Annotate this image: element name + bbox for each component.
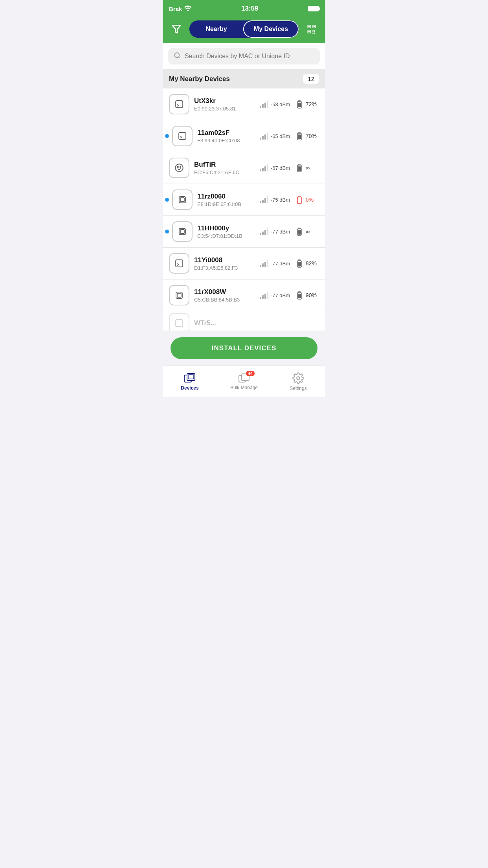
- new-indicator-dot: [165, 134, 169, 138]
- svg-point-2: [174, 53, 179, 57]
- signal-wrapper: -77 dBm: [260, 228, 290, 235]
- device-info: UtX3kr E0:90:23:37:05:81: [194, 97, 260, 112]
- settings-nav-icon: [292, 372, 304, 384]
- new-indicator-dot: [165, 230, 169, 234]
- carrier-info: Brak: [169, 6, 191, 12]
- battery-wrapper: 0%: [295, 195, 319, 204]
- search-icon: [174, 52, 181, 61]
- device-stats: -77 dBm 82%: [260, 259, 319, 268]
- device-icon-wrapper: [169, 313, 189, 331]
- signal-dbm: -65 dBm: [271, 133, 290, 139]
- install-btn-container: INSTALL DEVICES: [163, 331, 325, 366]
- device-mac: C3:54:D7:81:DD:1B: [197, 233, 260, 239]
- svg-rect-21: [298, 230, 301, 234]
- svg-line-3: [178, 57, 180, 58]
- app-header: Nearby My Devices: [163, 17, 325, 43]
- status-time: 13:59: [241, 5, 258, 13]
- signal-bars-icon: [260, 228, 268, 235]
- device-stats: -65 dBm 70%: [260, 132, 319, 140]
- svg-rect-16: [180, 198, 184, 202]
- device-stats: -58 dBm 72%: [260, 100, 319, 108]
- device-icon-wrapper: [169, 158, 189, 178]
- svg-marker-1: [172, 25, 181, 33]
- carrier-name: Brak: [169, 6, 182, 12]
- table-row[interactable]: 11HH000y C3:54:D7:81:DD:1B -77 dBm: [163, 216, 325, 248]
- device-stats: -75 dBm 0%: [260, 195, 319, 204]
- nav-item-devices[interactable]: Devices: [163, 366, 217, 397]
- svg-rect-24: [298, 262, 301, 266]
- svg-rect-7: [179, 132, 186, 140]
- device-icon-wrapper: [172, 189, 193, 210]
- qr-button[interactable]: [303, 21, 320, 37]
- signal-wrapper: -77 dBm: [260, 260, 290, 267]
- table-row[interactable]: 11am02sF F3:99:40:0F:C0:08 -65 dBm: [163, 120, 325, 152]
- battery-percent: 70%: [306, 133, 319, 139]
- nav-item-settings[interactable]: Settings: [271, 366, 325, 397]
- status-bar: Brak 13:59: [163, 0, 325, 17]
- devices-nav-icon: [183, 373, 196, 384]
- search-input[interactable]: [185, 53, 314, 60]
- signal-dbm: -67 dBm: [271, 165, 290, 171]
- svg-rect-28: [298, 294, 301, 298]
- table-row[interactable]: UtX3kr E0:90:23:37:05:81 -58 dBm 7: [163, 88, 325, 120]
- device-stats: -77 dBm 90%: [260, 291, 319, 300]
- signal-dbm: -77 dBm: [271, 229, 290, 235]
- install-devices-button[interactable]: INSTALL DEVICES: [171, 337, 317, 359]
- tab-my-devices[interactable]: My Devices: [243, 20, 299, 38]
- svg-point-11: [177, 167, 178, 168]
- svg-point-35: [297, 377, 300, 380]
- device-info: 11rz0060 E8:1D:9E:6F:61:0B: [197, 193, 260, 207]
- table-row[interactable]: 11rz0060 E8:1D:9E:6F:61:0B -75 dBm 0%: [163, 184, 325, 216]
- battery-wrapper: 90%: [295, 291, 319, 300]
- table-row[interactable]: BufTiR FC:F5:C4:21:AF:6C -67 dBm ∞: [163, 152, 325, 184]
- signal-dbm: -75 dBm: [271, 197, 290, 203]
- table-row[interactable]: 11Yi0008 D1:F3:A5:E5:82:F3 -77 dBm: [163, 248, 325, 280]
- tab-nearby[interactable]: Nearby: [189, 20, 243, 38]
- device-icon-wrapper: [169, 253, 189, 274]
- battery-wrapper: 72%: [295, 100, 319, 108]
- filter-button[interactable]: [168, 21, 185, 37]
- signal-wrapper: -75 dBm: [260, 196, 290, 203]
- svg-rect-22: [176, 260, 183, 267]
- signal-dbm: -77 dBm: [271, 261, 290, 267]
- svg-rect-19: [180, 230, 184, 234]
- svg-rect-4: [176, 101, 183, 108]
- device-info: 11Yi0008 D1:F3:A5:E5:82:F3: [194, 256, 260, 271]
- signal-bars-icon: [260, 164, 268, 171]
- device-stats: -67 dBm ∞: [260, 164, 319, 172]
- section-header: My Nearby Devices 12: [163, 69, 325, 88]
- device-mac: C5:CB:BB:84:5B:B3: [194, 297, 260, 303]
- signal-bars-icon: [260, 260, 268, 267]
- wifi-icon: [184, 6, 191, 12]
- device-name: 11am02sF: [197, 129, 260, 137]
- device-mac: E8:1D:9E:6F:61:0B: [197, 201, 260, 207]
- new-indicator-dot: [165, 198, 169, 202]
- device-mac: E0:90:23:37:05:81: [194, 106, 260, 112]
- battery-status-icon: [308, 6, 319, 11]
- nav-label-devices: Devices: [181, 385, 198, 391]
- signal-dbm: -77 dBm: [271, 292, 290, 298]
- tab-switcher: Nearby My Devices: [189, 20, 299, 38]
- device-icon-wrapper: [172, 221, 193, 242]
- signal-bars-icon: [260, 101, 268, 108]
- device-info: 11am02sF F3:99:40:0F:C0:08: [197, 129, 260, 143]
- svg-point-12: [180, 167, 181, 168]
- svg-rect-14: [298, 167, 301, 171]
- device-info: 11rX008W C5:CB:BB:84:5B:B3: [194, 288, 260, 303]
- battery-wrapper: 82%: [295, 259, 319, 268]
- table-row[interactable]: 11rX008W C5:CB:BB:84:5B:B3 -77 dBm: [163, 280, 325, 311]
- svg-point-10: [175, 164, 183, 172]
- battery-percent: 82%: [306, 260, 319, 267]
- search-wrapper[interactable]: [168, 48, 320, 64]
- signal-wrapper: -65 dBm: [260, 132, 290, 140]
- svg-rect-17: [297, 197, 301, 204]
- svg-rect-29: [176, 320, 183, 327]
- battery-percent: 72%: [306, 101, 319, 107]
- device-mac: D1:F3:A5:E5:82:F3: [194, 265, 260, 271]
- bottom-nav: Devices 44 Bulk Manage Settings: [163, 366, 325, 397]
- nav-item-bulk-manage[interactable]: 44 Bulk Manage: [217, 366, 271, 397]
- search-container: [163, 43, 325, 69]
- device-name: BufTiR: [194, 161, 260, 169]
- device-icon-wrapper: [169, 285, 189, 305]
- svg-point-0: [187, 10, 189, 11]
